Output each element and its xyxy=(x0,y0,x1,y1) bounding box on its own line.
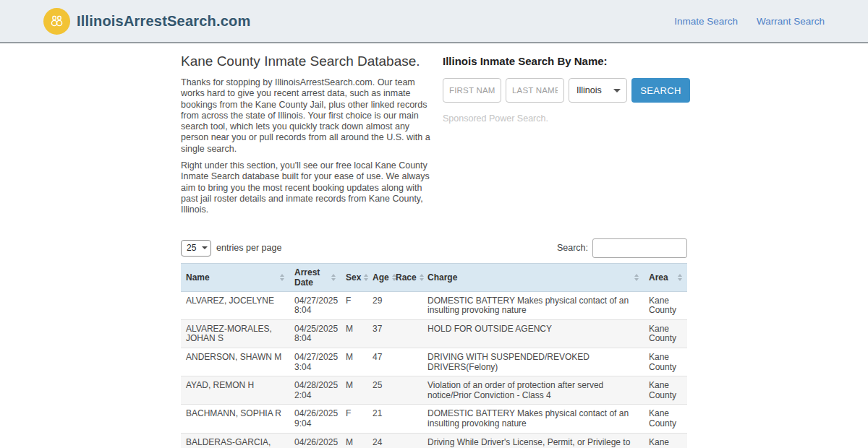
nav-inmate-search[interactable]: Inmate Search xyxy=(674,16,738,27)
cell-race xyxy=(391,433,422,448)
handcuffs-icon xyxy=(43,8,70,35)
cell-age: 47 xyxy=(367,348,391,376)
cell-arrest-date: 04/26/2025 9:04 xyxy=(289,433,341,448)
cell-charge: HOLD FOR OUTSIDE AGENCY xyxy=(422,319,644,348)
search-column: Illinois Inmate Search By Name: Illinois… xyxy=(441,52,690,222)
cell-arrest-date: 04/27/2025 3:04 xyxy=(289,348,341,376)
table-row: ALVAREZ-MORALES, JOHAN S 04/25/2025 8:04… xyxy=(181,319,687,348)
cell-area: Kane County xyxy=(644,291,687,319)
cell-area: Kane County xyxy=(644,348,687,376)
column-header-sex[interactable]: Sex xyxy=(341,263,367,291)
table-row: BACHMANN, SOPHIA R 04/26/2025 9:04 F 21 … xyxy=(181,405,687,433)
cell-race xyxy=(391,319,422,348)
column-header-name[interactable]: Name xyxy=(181,263,289,291)
inmate-table-body: ALVAREZ, JOCELYNE 04/27/2025 8:04 F 29 D… xyxy=(181,291,687,448)
cell-sex: M xyxy=(341,319,367,348)
sort-arrows-icon xyxy=(420,274,424,281)
cell-sex: M xyxy=(341,433,367,448)
table-search-label: Search: xyxy=(557,243,588,253)
cell-name: BACHMANN, SOPHIA R xyxy=(181,405,289,433)
cell-sex: F xyxy=(341,405,367,433)
cell-area: Kane County xyxy=(644,433,687,448)
inmate-table: Name Arrest Date Sex Age Race xyxy=(181,263,687,448)
cell-arrest-date: 04/25/2025 8:04 xyxy=(289,319,341,348)
brand-name: IllinoisArrestSearch.com xyxy=(77,13,250,30)
cell-age: 24 xyxy=(367,433,391,448)
cell-race xyxy=(391,291,422,319)
cell-name: ALVAREZ, JOCELYNE xyxy=(181,291,289,319)
cell-area: Kane County xyxy=(644,376,687,405)
cell-name: BALDERAS-GARCIA, JESUS xyxy=(181,433,289,448)
column-header-age[interactable]: Age xyxy=(367,263,391,291)
table-row: BALDERAS-GARCIA, JESUS 04/26/2025 9:04 M… xyxy=(181,433,687,448)
search-button[interactable]: SEARCH xyxy=(631,78,690,103)
column-header-race[interactable]: Race xyxy=(391,263,422,291)
table-search-input[interactable] xyxy=(592,238,687,258)
main-nav: Inmate Search Warrant Search xyxy=(674,16,825,27)
table-row: ANDERSON, SHAWN M 04/27/2025 3:04 M 47 D… xyxy=(181,348,687,376)
sort-arrows-icon xyxy=(634,274,639,281)
first-name-input[interactable] xyxy=(443,78,501,103)
table-search-controls: Search: xyxy=(557,238,687,258)
entries-per-page-label: entries per page xyxy=(216,243,281,253)
cell-area: Kane County xyxy=(644,405,687,433)
cell-name: ANDERSON, SHAWN M xyxy=(181,348,289,376)
cell-name: AYAD, REMON H xyxy=(181,376,289,405)
inmate-table-header: Name Arrest Date Sex Age Race xyxy=(181,263,687,291)
cell-race xyxy=(391,405,422,433)
cell-charge: Driving While Driver's License, Permit, … xyxy=(422,433,644,448)
sort-arrows-icon xyxy=(364,274,368,281)
intro-paragraph-1: Thanks for stopping by IllinoisArrestSea… xyxy=(181,77,435,155)
site-header: IllinoisArrestSearch.com Inmate Search W… xyxy=(0,0,868,43)
top-section: Kane County Inmate Search Database. Than… xyxy=(181,43,687,222)
column-header-charge[interactable]: Charge xyxy=(422,263,644,291)
cell-race xyxy=(391,376,422,405)
page-size-select-wrap: 25 xyxy=(181,240,211,257)
sort-arrows-icon xyxy=(280,274,284,281)
cell-age: 37 xyxy=(367,319,391,348)
cell-charge: Violation of an order of protection afte… xyxy=(422,376,644,405)
cell-arrest-date: 04/26/2025 9:04 xyxy=(289,405,341,433)
intro-column: Kane County Inmate Search Database. Than… xyxy=(181,52,435,222)
table-row: AYAD, REMON H 04/28/2025 2:04 M 25 Viola… xyxy=(181,376,687,405)
table-controls: 25 entries per page Search: xyxy=(181,238,687,258)
cell-arrest-date: 04/27/2025 8:04 xyxy=(289,291,341,319)
logo-link[interactable]: IllinoisArrestSearch.com xyxy=(43,8,250,35)
cell-age: 25 xyxy=(367,376,391,405)
sponsored-note: Sponsored Power Search. xyxy=(443,113,690,124)
table-row: ALVAREZ, JOCELYNE 04/27/2025 8:04 F 29 D… xyxy=(181,291,687,319)
state-select-wrap: Illinois xyxy=(569,78,627,103)
page-content: Kane County Inmate Search Database. Than… xyxy=(181,43,687,448)
search-form: Illinois SEARCH xyxy=(443,78,690,103)
cell-charge: DRIVING WITH SUSPENDED/REVOKED DRIVERS(F… xyxy=(422,348,644,376)
nav-warrant-search[interactable]: Warrant Search xyxy=(757,16,825,27)
cell-charge: DOMESTIC BATTERY Makes physical contact … xyxy=(422,291,644,319)
column-header-area[interactable]: Area xyxy=(644,263,687,291)
sort-arrows-icon xyxy=(331,274,336,281)
column-header-arrest-date[interactable]: Arrest Date xyxy=(289,263,341,291)
cell-age: 29 xyxy=(367,291,391,319)
page-size-controls: 25 entries per page xyxy=(181,240,281,257)
last-name-input[interactable] xyxy=(506,78,564,103)
cell-area: Kane County xyxy=(644,319,687,348)
intro-paragraph-2: Right under this section, you'll see our… xyxy=(181,160,435,215)
sort-arrows-icon xyxy=(678,274,682,281)
cell-sex: M xyxy=(341,348,367,376)
page-size-select[interactable]: 25 xyxy=(181,240,211,257)
state-select[interactable]: Illinois xyxy=(569,78,627,103)
cell-race xyxy=(391,348,422,376)
cell-arrest-date: 04/28/2025 2:04 xyxy=(289,376,341,405)
cell-sex: M xyxy=(341,376,367,405)
cell-charge: DOMESTIC BATTERY Makes physical contact … xyxy=(422,405,644,433)
page-title: Kane County Inmate Search Database. xyxy=(181,53,435,69)
search-form-title: Illinois Inmate Search By Name: xyxy=(443,55,690,67)
cell-name: ALVAREZ-MORALES, JOHAN S xyxy=(181,319,289,348)
cell-age: 21 xyxy=(367,405,391,433)
cell-sex: F xyxy=(341,291,367,319)
